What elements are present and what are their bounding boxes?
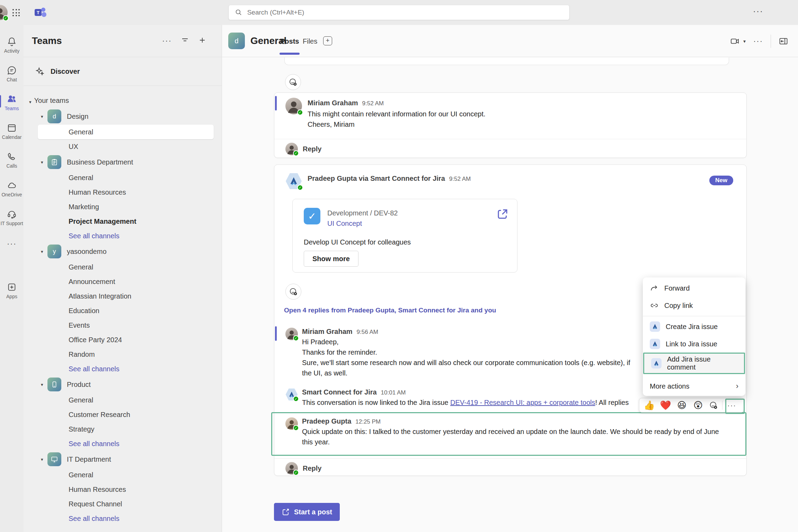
start-a-post-button[interactable]: Start a post [274,503,340,521]
see-all-channels-link[interactable]: See all channels [38,436,214,451]
apps-icon [7,282,17,292]
see-all-channels-link[interactable]: See all channels [38,511,214,526]
reaction-surprised[interactable]: 😲 [690,401,706,410]
channel-more-button[interactable]: ··· [753,37,763,46]
reaction-thumbs-up[interactable]: 👍 [641,401,657,410]
menu-item-forward[interactable]: Forward [643,280,745,297]
team-avatar [47,452,61,466]
channel-header: d General Posts Files + ▾ ··· [222,25,798,57]
message-text: This might contain relevant information … [308,110,486,118]
channel-label: Office Party 2024 [69,336,122,344]
sidebar-channel[interactable]: Office Party 2024 [38,332,214,347]
sidebar-channel[interactable]: General [38,260,214,274]
sidebar-item-discover[interactable]: Discover [24,57,222,86]
menu-item-link-to-jira-issue[interactable]: Link to Jira issue [643,335,745,353]
add-reaction-button[interactable] [285,284,301,300]
message-time: 9:52 AM [449,176,471,183]
sidebar-team-yasoondemo[interactable]: ▾ y yasoondemo [24,243,222,260]
chevron-down-icon: ▾ [41,160,47,165]
headset-icon [7,209,17,219]
jira-issue-link[interactable]: UI Concept [327,220,362,228]
avatar-smart-connect-jira [285,173,302,189]
team-avatar: d [47,109,61,123]
rail-item-chat[interactable]: Chat [0,59,24,88]
add-reaction-icon [289,287,298,296]
channel-label: Human Resources [69,486,126,494]
sidebar-channel[interactable]: Human Resources [38,482,214,497]
sidebar-channel[interactable]: Announcement [38,274,214,289]
sidebar-channel[interactable]: Atlassian Integration [38,289,214,303]
filter-icon[interactable] [181,36,189,46]
sidebar-channel[interactable]: General [38,170,214,185]
search-bar[interactable] [229,5,570,20]
presence-available-icon [293,150,299,156]
open-external-icon[interactable] [496,208,509,220]
menu-item-add-jira-issue-comment[interactable]: Add Jira issue comment [643,353,745,374]
search-input[interactable] [247,9,563,16]
jira-issue-inline-link[interactable]: DEV-419 - Research UI: apps + corporate … [450,399,595,406]
open-side-panel-icon[interactable] [779,36,788,46]
reply-button[interactable]: Reply [285,462,321,475]
rail-item-onedrive[interactable]: OneDrive [0,174,24,203]
sidebar-channel[interactable]: Random [38,347,214,362]
sidebar-channel[interactable]: Human Resources [38,185,214,200]
reaction-bar: 👍 ❤️ 😆 😲 ··· [639,398,744,413]
app-launcher-icon[interactable] [12,9,20,17]
sidebar-channel[interactable]: Strategy [38,422,214,436]
rail-item-apps[interactable]: Apps [0,276,24,305]
join-create-team-icon[interactable] [198,36,206,46]
jira-app-icon [650,321,660,332]
rail-item-calls[interactable]: Calls [0,145,24,174]
sidebar-channel[interactable]: General [38,393,214,407]
rail-more-button[interactable]: ··· [0,232,24,256]
meet-chevron-icon[interactable]: ▾ [743,38,746,44]
teams-sidebar: Teams ··· Discover ▾ Your teams ▾ d Desi… [24,25,222,532]
sidebar-channel[interactable]: Events [38,318,214,332]
add-reaction-icon[interactable] [707,401,720,410]
jira-app-icon [651,358,662,369]
sidebar-team-it-department[interactable]: ▾ IT Department [24,451,222,468]
reaction-laugh[interactable]: 😆 [674,401,690,410]
your-teams-toggle[interactable]: ▾ Your teams [24,86,222,108]
rail-item-activity[interactable]: Activity [0,30,24,59]
sidebar-channel-unread[interactable]: Project Management [38,214,214,229]
menu-item-copy-link[interactable]: Copy link [643,297,745,314]
sidebar-team-product[interactable]: ▾ Product [24,376,222,393]
forward-icon [650,284,659,293]
sidebar-team-design[interactable]: ▾ d Design [24,108,222,125]
message-more-options-button[interactable]: ··· [724,401,739,409]
menu-item-create-jira-issue[interactable]: Create Jira issue [643,318,745,335]
profile-avatar[interactable] [0,5,8,20]
rail-item-calendar[interactable]: Calendar [0,117,24,145]
sidebar-channel[interactable]: Customer Research [38,407,214,422]
sidebar-channel[interactable]: Request Channel [38,497,214,511]
open-replies-link[interactable]: Open 4 replies from Pradeep Gupta, Smart… [284,307,496,314]
tab-files[interactable]: Files [303,37,317,45]
sidebar-team-business-department[interactable]: ▾ Business Department [24,154,222,170]
sidebar-more-icon[interactable]: ··· [162,36,172,45]
channel-label: See all channels [69,365,119,373]
sidebar-channel[interactable]: UX [38,139,214,154]
rail-item-it-support[interactable]: IT Support [0,203,24,232]
see-all-channels-link[interactable]: See all channels [38,362,214,376]
sidebar-channel[interactable]: General [38,468,214,482]
show-more-button[interactable]: Show more [304,251,358,267]
sidebar-channel-selected[interactable]: General [38,125,214,139]
reply-button[interactable]: Reply [285,143,321,155]
rail-item-teams[interactable]: Teams [0,88,24,117]
menu-item-more-actions[interactable]: More actions › [643,378,745,395]
channel-avatar: d [228,33,245,49]
sidebar-channel[interactable]: Education [38,303,214,318]
topbar-more-button[interactable]: ··· [753,6,763,16]
see-all-channels-link[interactable]: See all channels [38,229,214,243]
reaction-heart[interactable]: ❤️ [658,401,673,410]
sidebar-channel[interactable]: Marketing [38,200,214,214]
jira-issue-description: Develop UI Concept for colleagues [304,238,411,246]
channel-label: See all channels [69,440,119,448]
meet-camera-icon[interactable] [730,36,740,46]
message-text: Sure, we'll start some research now and … [302,359,630,367]
divider [771,35,771,48]
add-reaction-button[interactable] [285,74,301,90]
add-tab-button[interactable]: + [323,36,332,45]
tab-posts[interactable]: Posts [280,37,299,45]
